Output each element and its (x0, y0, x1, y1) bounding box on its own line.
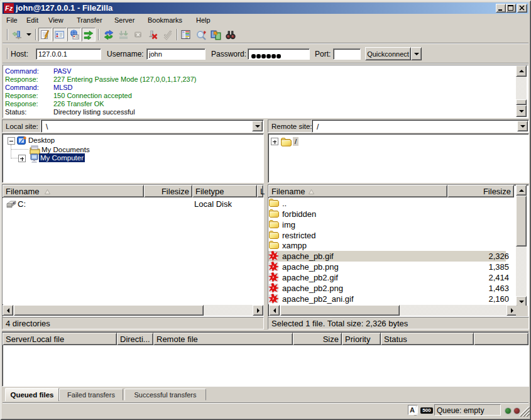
svg-text:Fz: Fz (5, 4, 13, 12)
